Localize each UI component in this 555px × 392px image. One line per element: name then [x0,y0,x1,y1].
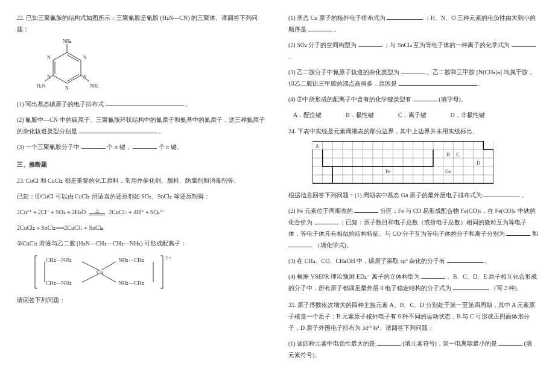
label-h2n-left: H₂N [37,83,46,89]
q24-p4a: (4) 根据 VSEPR 理论预测 ED₄⁻ 离子的立体构型为 [288,273,420,280]
q24-periodic-grid: A B C D Fe Ge [312,141,538,185]
blank [354,206,378,213]
blank [314,218,338,224]
q24-p2: (2) Fe 元素位于周期表的 分区；Fe 与 CO 易形成配合物 Fe(CO)… [288,205,538,251]
r-p2c: 。 [288,53,294,60]
q24-p1a: 根据信息回答下列问题：(1) 周期表中基态 Ga 原子的最外层电子排布式为 [288,192,482,198]
opt-d: D．非极性键 [451,109,485,121]
complex-charge: 2＋ [165,255,173,261]
double-line-icon [89,213,105,215]
q22-p1-tail: 。 [185,101,191,107]
blank [288,241,312,247]
q23-stem: 23. CuCl 和 CuCl₂ 都是重要的化工原料，常用作催化剂、颜料、防腐剂… [17,175,267,186]
q22-part1: (1) 写出基态碳原子的电子排布式 。 [17,98,267,110]
grid-Ge: Ge [445,169,451,174]
q23-complex-diagram: CH₂—NH₂ CH₂—NH₂ NH₂—CH₂ NH₂—CH₂ Cu 2＋ [34,253,267,291]
eq1-arrow: △ [89,209,105,215]
question-24: 24. 下表中实线是元素周期表的部分边界，其中上边界并未用实线标出。 [288,125,538,294]
q23-given: 已知：①CuCl 可以由 CuCl₂ 用适当的还原剂如 SO₂、SnCl₂ 等还… [17,191,267,202]
blank [399,79,477,86]
q23-cond2: ②CuCl₂ 溶液与乙二胺 (H₂N—CH₂—CH₂—NH₂) 可形成配离子： [17,238,267,249]
question-25: 25. 原子序数依次增大的四种主族元素 A、B、C、D 分别处于第一至第四周期，… [288,299,538,361]
r-p4-options: A．配位键 B．极性键 C．离子键 D．非极性键 [293,109,538,121]
q25-p1b: (填元素符号)，第一电离能最小的是 [402,340,497,347]
r-p4: (4) ②中所形成的配离子中含有的化学键类型有 (填字母)。 [288,93,538,105]
q24-p1b: 。 [521,192,527,198]
blank [377,339,401,346]
q24-p2d: 和 [532,230,538,237]
blank [421,272,445,279]
blank [453,283,489,290]
r-p1c: 。 [334,26,340,33]
question-22: 22. 已知三聚氰胺的结构式如图所示：三聚氰胺是氰胺 (H₂N—CN) 的三聚体… [17,12,267,153]
q22-part2: (2) 氰胺中—CN 中的碳原子、三聚氰胺环状结构中的氮原子和氨基中的氮原子，这… [17,114,267,137]
label-n-5: N [47,55,51,60]
q24-p2e: （填化学式)。 [314,242,352,248]
r-p1: (1) 基态 Cu 原子的核外电子排布式为 ；H、N、O 三种元素的电负性由大到… [288,12,538,35]
svg-line-10 [101,274,116,282]
svg-line-2 [67,74,79,81]
opt-b: B．极性键 [346,109,374,121]
blank [133,142,157,149]
q22-p3a: (3) 一个三聚氰胺分子中 [17,144,80,150]
left-column: 22. 已知三聚氰胺的结构式如图所示：三聚氰胺是氰胺 (H₂N—CN) 的三聚体… [17,12,267,380]
opt-c: C．离子键 [398,109,427,121]
q24-p2a: (2) Fe 元素位于周期表的 [288,207,353,214]
grid-A: A [316,144,319,149]
label-nh2-top: NH₂ [63,39,72,44]
grid-B: B [446,152,449,157]
eq1-rhs: 2CuCl↓＋4H⁺＋SO₄²⁻ [109,206,165,218]
grid-D: D [477,160,480,166]
blank [413,95,437,101]
q25-p1a: (1) 这四种元素中电负性最大的是 [288,340,375,347]
q24-p4c: （写 2 种)。 [490,285,522,291]
q22-p1-text: (1) 写出基态碳原子的电子排布式 [17,101,104,107]
q22-structure-diagram: NH₂ N N N N N H₂N NH₂ [34,39,267,95]
grid-Fe: Fe [385,169,390,174]
r-p4a: (4) ②中所形成的配离子中含有的化学键类型有 [288,96,411,103]
cu-center: Cu [97,269,103,275]
question-23: 23. CuCl 和 CuCl₂ 都是重要的化工原料，常用作催化剂、颜料、防腐剂… [17,175,267,306]
blank [512,40,536,47]
r-p3: (3) 乙二胺分子中氮原子轨道的杂化类型为 。乙二胺和三甲胺 [N(CH₃)₃]… [288,66,538,89]
right-column: (1) 基态 Cu 原子的核外电子排布式为 ；H、N、O 三种元素的电负性由大到… [288,12,538,380]
r-p1a: (1) 基态 Cu 原子的核外电子排布式为 [288,14,385,21]
q25-stem: 25. 原子序数依次增大的四种主族元素 A、B、C、D 分别处于第一至第四周期，… [288,299,538,334]
lig-br: NH₂—CH₂ [118,280,144,286]
r-p3c: 。 [478,80,484,87]
q23-equation-2: 2CuCl₂＋SnCl₂══2CuCl↓＋SnCl₄ [17,222,267,233]
grid-C: C [456,152,459,157]
q24-stem: 24. 下表中实线是元素周期表的部分边界，其中上边界并未用实线标出。 [288,125,538,137]
q22-stem: 22. 已知三聚氰胺的结构式如图所示：三聚氰胺是氰胺 (H₂N—CN) 的三聚体… [17,12,267,35]
q23-ask: 请回答下列问题： [17,294,267,306]
svg-line-8 [82,274,99,282]
blank [79,127,157,133]
r-p2b: ；与 SnCl₄ 互为等电子体的一种离子的化学式为 [384,42,510,48]
blank [447,256,483,263]
q24-p3a: (3) 在 CH₄、CO、CH₃OH 中，碳原子采取 sp³ 杂化的分子有 [288,258,445,264]
blank [358,40,382,47]
lig-tr: NH₂—CH₂ [118,257,144,263]
eq1-lhs: 2Cu²⁺＋2Cl⁻＋SO₂＋2H₂O [17,206,86,218]
blank [387,13,423,20]
q22-p3c: 个 π 键。 [159,144,183,150]
q24-p1: 根据信息回答下列问题：(1) 周期表中基态 Ga 原子的最外层电子排布式为 。 [288,189,538,201]
q24-p3b: 。 [484,258,490,264]
q22-p3b: 个 σ 键， [107,144,131,150]
label-n-2: N [83,74,87,80]
lig-tl: CH₂—NH₂ [46,257,72,263]
blank [483,191,519,197]
blank [81,142,106,149]
r-p4b: (填字母)。 [439,96,467,103]
r-p2: (2) SO₂ 分子的空间构型为 ；与 SnCl₄ 互为等电子体的一种离子的化学… [288,39,538,62]
q22-p2-tail: 。 [159,128,165,134]
blank [106,100,184,106]
lig-bl: CH₂—NH₂ [46,280,72,286]
q23-equation-1: 2Cu²⁺＋2Cl⁻＋SO₂＋2H₂O △ 2CuCl↓＋4H⁺＋SO₄²⁻ [17,206,267,218]
svg-marker-0 [53,52,81,83]
q22-part3: (3) 一个三聚氰胺分子中 个 σ 键， 个 π 键。 [17,141,267,153]
q25-p1: (1) 这四种元素中电负性最大的是 (填元素符号)，第一电离能最小的是 (填元素… [288,338,538,361]
opt-a: A．配位键 [293,109,322,121]
r-p3a: (3) 乙二胺分子中氮原子轨道的杂化类型为 [288,69,399,75]
q24-p4: (4) 根据 VSEPR 理论预测 ED₄⁻ 离子的立体构型为 。B、C、D、E… [288,271,538,294]
